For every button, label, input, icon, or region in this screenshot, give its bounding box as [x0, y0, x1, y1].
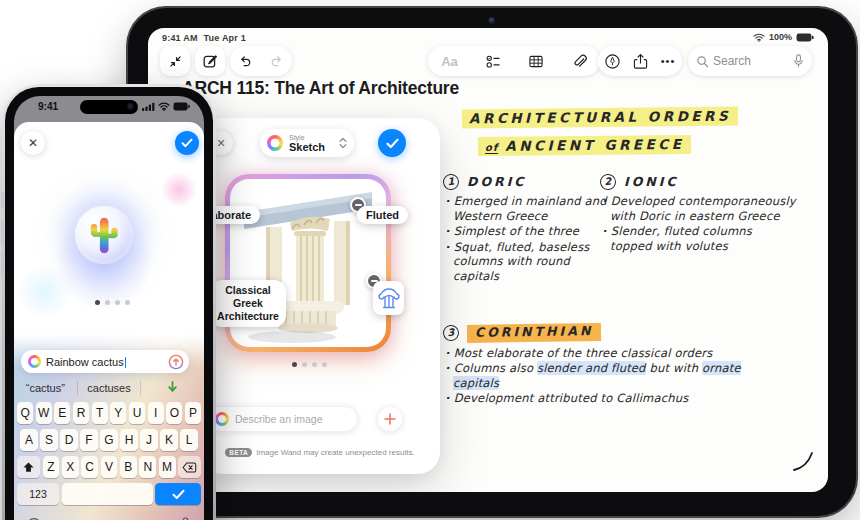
key-h[interactable]: H — [120, 429, 138, 451]
genmoji-preview-bubble — [75, 206, 133, 264]
shift-key[interactable] — [17, 456, 40, 478]
submit-button[interactable] — [168, 354, 184, 370]
key-b[interactable]: B — [120, 456, 137, 478]
share-icon — [633, 53, 648, 70]
tag-fluted[interactable]: Fluted — [357, 206, 408, 224]
ipad-status-time: 9:41 AM — [162, 33, 198, 43]
numbers-key[interactable]: 123 — [17, 483, 59, 505]
key-f[interactable]: F — [80, 429, 98, 451]
checklist-icon — [485, 54, 501, 69]
key-u[interactable]: U — [129, 402, 145, 424]
key-k[interactable]: K — [160, 429, 178, 451]
table-button[interactable] — [521, 46, 551, 76]
confirm-button[interactable] — [175, 131, 199, 155]
key-q[interactable]: Q — [17, 402, 33, 424]
key-s[interactable]: S — [40, 429, 58, 451]
backspace-key[interactable] — [178, 456, 201, 478]
style-value: Sketch — [289, 142, 333, 153]
page-curl-indicator[interactable] — [792, 450, 814, 472]
genmoji-sheet: ✕ — [14, 122, 204, 520]
key-p[interactable]: P — [185, 402, 201, 424]
exit-fullscreen-button[interactable] — [160, 46, 190, 76]
key-g[interactable]: G — [100, 429, 118, 451]
note-bullet: · Most elaborate of the three classical … — [443, 346, 788, 361]
suggestion-quoted[interactable]: “cactus” — [14, 381, 78, 395]
key-o[interactable]: O — [166, 402, 182, 424]
plus-icon — [384, 413, 396, 425]
suggestion-insert[interactable] — [141, 381, 204, 395]
key-y[interactable]: Y — [110, 402, 126, 424]
wifi-icon — [753, 33, 765, 42]
paperclip-icon — [571, 53, 587, 69]
cellular-icon — [142, 102, 155, 111]
section-name: DORIC — [467, 175, 526, 190]
describe-image-placeholder: Describe an image — [235, 413, 323, 425]
image-pagination-dots[interactable] — [292, 362, 327, 367]
note-heading-line1: ARCHITECTURAL ORDERS — [462, 108, 738, 127]
suggestion-bar: “cactus” cactuses — [14, 378, 204, 398]
undo-button[interactable] — [231, 46, 261, 76]
key-m[interactable]: M — [159, 456, 176, 478]
checklist-button[interactable] — [478, 46, 508, 76]
ipad-status-bar: 9:41 AMTue Apr 1 100% — [148, 28, 828, 44]
close-button[interactable]: ✕ — [21, 131, 45, 155]
key-v[interactable]: V — [101, 456, 118, 478]
ipad-device: 9:41 AMTue Apr 1 100% — [128, 8, 856, 516]
share-button[interactable] — [626, 46, 654, 76]
confirm-button[interactable] — [378, 129, 406, 157]
key-z[interactable]: Z — [43, 456, 60, 478]
beta-badge: BETA — [225, 448, 252, 457]
suggestion-cactuses[interactable]: cactuses — [78, 381, 142, 395]
apple-intelligence-icon — [267, 135, 283, 151]
compose-icon — [202, 53, 218, 69]
beta-disclaimer: BETA Image Wand may create unexpected re… — [200, 448, 440, 457]
redo-button[interactable] — [262, 46, 292, 76]
rainbow-cactus-genmoji — [87, 215, 121, 255]
ipad-camera — [489, 17, 496, 24]
key-j[interactable]: J — [140, 429, 158, 451]
prompt-input[interactable]: Rainbow cactus — [21, 350, 189, 373]
key-i[interactable]: I — [148, 402, 164, 424]
redo-icon — [269, 54, 284, 68]
markup-button[interactable] — [598, 46, 626, 76]
note-title: ARCH 115: The Art of Architecture — [182, 78, 459, 99]
genmoji-pagination-dots[interactable] — [95, 300, 130, 305]
describe-image-input[interactable]: Describe an image — [206, 406, 358, 432]
checkmark-icon — [386, 138, 399, 149]
dictation-mic-icon[interactable] — [793, 54, 804, 68]
iphone-status-time: 9:41 — [38, 101, 58, 112]
search-field[interactable]: Search — [688, 46, 812, 76]
attachment-button[interactable] — [564, 46, 594, 76]
section-number: 1 — [442, 173, 460, 191]
key-w[interactable]: W — [36, 402, 52, 424]
key-a[interactable]: A — [20, 429, 38, 451]
style-picker[interactable]: Style Sketch — [260, 129, 354, 157]
key-d[interactable]: D — [60, 429, 78, 451]
volume-up-button — [1, 220, 4, 246]
compose-button[interactable] — [195, 46, 225, 76]
iphone-screen: 9:41 ✕ — [14, 96, 204, 520]
key-r[interactable]: R — [73, 402, 89, 424]
pen-tip-icon — [604, 53, 621, 70]
key-c[interactable]: C — [81, 456, 98, 478]
key-t[interactable]: T — [92, 402, 108, 424]
iphone-device: 9:41 ✕ — [2, 84, 216, 520]
ipad-battery-percent: 100% — [769, 32, 792, 42]
search-placeholder: Search — [713, 54, 789, 68]
more-button[interactable]: ••• — [654, 46, 682, 76]
ipad-status-date: Tue Apr 1 — [204, 33, 246, 43]
add-prompt-button[interactable] — [378, 407, 402, 431]
confirm-key[interactable] — [155, 483, 201, 505]
tag-classical-greek-architecture[interactable]: Classical Greek Architecture — [210, 280, 286, 327]
note-section-doric: 1DORIC · Emerged in mainland and Western… — [443, 174, 611, 284]
key-l[interactable]: L — [180, 429, 198, 451]
iphone-bezel: 9:41 ✕ — [5, 87, 213, 520]
key-n[interactable]: N — [139, 456, 156, 478]
key-x[interactable]: X — [62, 456, 79, 478]
text-format-button[interactable]: Aa — [435, 46, 465, 76]
space-key[interactable] — [62, 483, 153, 505]
key-e[interactable]: E — [54, 402, 70, 424]
note-bullet: · Developed contemporaneously with Doric… — [600, 194, 796, 223]
source-sketch-thumbnail[interactable] — [373, 281, 404, 315]
prompt-text: Rainbow cactus — [46, 356, 163, 368]
